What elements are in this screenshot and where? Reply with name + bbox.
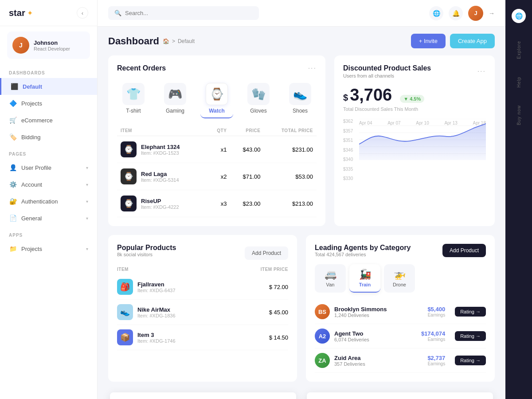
table-row: ⌚ RiseUP Item: #XDG-4222 x3 $23.00 xyxy=(117,190,317,217)
list-item: A2 Agent Two 6,074 Deliveries $174,074 E… xyxy=(315,324,486,348)
bidding-icon: 🏷️ xyxy=(9,133,17,141)
sidebar-collapse-button[interactable]: ‹ xyxy=(77,7,88,19)
tab-label: Gaming xyxy=(166,108,184,114)
projects-icon: 🔷 xyxy=(9,99,17,107)
search-input[interactable] xyxy=(125,10,253,16)
chevron-down-icon: ▾ xyxy=(86,246,88,251)
help-panel-item[interactable]: Help xyxy=(516,73,521,91)
user-avatar-topbar[interactable]: J xyxy=(468,6,483,21)
orders-title: Recent Orders xyxy=(117,64,166,72)
leading-agents-card: Leading Agents by Category Total 424,567… xyxy=(306,235,495,382)
item-cell: 📦 Item 3 Item: #XDG-1746 xyxy=(117,329,233,345)
bottom-row: Popular Products 8k social visitors Add … xyxy=(108,235,495,382)
item-details: RiseUP Item: #XDG-4222 xyxy=(141,198,179,210)
sidebar-item-general[interactable]: 📄 General ▾ xyxy=(0,210,97,227)
panel-logo: 🌐 xyxy=(512,9,526,23)
sidebar-item-projects[interactable]: 🔷 Projects xyxy=(0,95,97,112)
sidebar-item-default[interactable]: ⬛ Default xyxy=(0,78,97,95)
sidebar-item-label: Projects xyxy=(21,100,88,107)
agent-earnings: $174,074 xyxy=(421,330,445,337)
item-details: Elephant 1324 Item: #XDG-1523 xyxy=(141,144,180,156)
rating-button[interactable]: Rating → xyxy=(455,331,486,341)
bell-icon[interactable]: 🔔 xyxy=(449,6,463,20)
discount-amount-row: $ 3,706 ▼ 4.5% xyxy=(343,86,486,105)
arrow-icon[interactable]: → xyxy=(489,10,495,17)
agent-name: Agent Two xyxy=(334,330,417,337)
list-item: ZA Zuid Area 357 Deliveries $2,737 Earni… xyxy=(315,348,486,373)
tab-label: Gloves xyxy=(250,108,266,114)
product-price: $ 45.00 xyxy=(233,300,288,325)
aspnet-overlay: Ȼre ASP.NET Core 7 xyxy=(307,392,493,399)
breadcrumb-home: 🏠 xyxy=(163,38,169,44)
item-total: $53.00 xyxy=(264,163,317,190)
discount-card-header: Discounted Product Sales Users from all … xyxy=(343,64,486,78)
tab-gaming[interactable]: 🎮 Gaming xyxy=(159,79,192,118)
item-price: $71.00 xyxy=(230,163,264,190)
item-qty: x1 xyxy=(207,136,231,163)
tab-gloves[interactable]: 🧤 Gloves xyxy=(242,79,275,118)
tab-tshirt[interactable]: 👕 T-shirt xyxy=(117,79,150,118)
agent-deliveries: 1,240 Deliveries xyxy=(334,313,423,318)
agent-info: Brooklyn Simmons 1,240 Deliveries xyxy=(334,306,423,318)
buy-now-panel-item[interactable]: Buy now xyxy=(516,102,521,129)
tab-shoes[interactable]: 👟 Shoes xyxy=(284,79,317,118)
chart-y-label: $351 xyxy=(343,138,353,143)
chart-y-label: $335 xyxy=(343,167,353,172)
tab-watch[interactable]: ⌚ Watch xyxy=(200,79,233,118)
tshirt-icon: 👕 xyxy=(122,83,145,105)
earnings-label: Earnings xyxy=(427,361,445,366)
general-icon: 📄 xyxy=(9,214,17,222)
product-image: 🎒 xyxy=(117,279,133,295)
user-profile-card: J Johnson React Developer xyxy=(7,31,90,59)
right-panel: 🌐 Explore Help Buy now xyxy=(505,0,532,399)
sidebar-item-user-profile[interactable]: 👤 User Profile ▾ xyxy=(0,159,97,176)
tab-label: Train xyxy=(359,282,371,287)
rating-button[interactable]: Rating → xyxy=(455,356,486,365)
chart-y-label: $330 xyxy=(343,176,353,181)
col-item: ITEM xyxy=(117,125,207,136)
sidebar-item-ecommerce[interactable]: 🛒 eCommerce xyxy=(0,112,97,129)
topbar-right: 🌐 🔔 J → xyxy=(429,6,495,21)
tab-train[interactable]: 🚂 Train xyxy=(349,264,380,293)
user-name: Johnson xyxy=(34,39,70,46)
product-price: $ 14.50 xyxy=(233,325,288,350)
sidebar-item-projects-app[interactable]: 📁 Projects ▾ xyxy=(0,240,97,257)
item-price: $23.00 xyxy=(230,190,264,217)
table-row: ⌚ Red Laga Item: #XDG-5314 x2 $71.00 xyxy=(117,163,317,190)
col-price: PRICE xyxy=(230,125,264,136)
agent-earnings: $2,737 xyxy=(427,355,445,361)
add-agent-product-button[interactable]: Add Product xyxy=(442,244,486,257)
col-price: ITEM PRICE xyxy=(233,264,288,274)
sidebar-item-account[interactable]: ⚙️ Account ▾ xyxy=(0,176,97,193)
products-table: ITEM ITEM PRICE 🎒 Fjallraven xyxy=(117,264,288,350)
bootstrap-overlay: B Bootstrap 5 xyxy=(110,392,296,399)
item-cell: 🎒 Fjallraven Item: #XDG-6437 xyxy=(117,279,233,295)
header-actions: + Invite Create App xyxy=(411,34,495,48)
rating-button[interactable]: Rating → xyxy=(455,307,486,317)
sidebar-item-authentication[interactable]: 🔐 Authentication ▾ xyxy=(0,193,97,210)
col-item: ITEM xyxy=(117,264,233,274)
item-qty: x3 xyxy=(207,190,231,217)
tab-van[interactable]: 🚐 Van xyxy=(315,264,346,293)
discount-menu-icon[interactable]: ··· xyxy=(477,67,486,75)
breadcrumb-current: Default xyxy=(178,38,195,44)
page-title: Dashboard xyxy=(108,35,159,47)
chevron-down-icon: ▾ xyxy=(86,216,88,221)
agent-earnings-area: $2,737 Earnings xyxy=(427,355,445,366)
agent-avatar: ZA xyxy=(315,353,330,368)
orders-card-header: Recent Orders ··· xyxy=(117,64,317,72)
tab-drone[interactable]: 🚁 Drone xyxy=(384,264,415,293)
panel-avatar[interactable]: 🌐 xyxy=(512,9,526,23)
explore-panel-item[interactable]: Explore xyxy=(516,37,521,63)
create-app-button[interactable]: Create App xyxy=(450,34,495,48)
search-bar[interactable]: 🔍 xyxy=(108,6,259,20)
invite-button[interactable]: + Invite xyxy=(411,34,446,48)
orders-menu-icon[interactable]: ··· xyxy=(308,64,317,72)
popular-products-card: Popular Products 8k social visitors Add … xyxy=(108,235,297,382)
sidebar-item-bidding[interactable]: 🏷️ Bidding xyxy=(0,129,97,145)
products-header: Popular Products 8k social visitors Add … xyxy=(117,244,288,262)
add-product-button[interactable]: Add Product xyxy=(245,246,288,260)
item-cell: ⌚ Elephant 1324 Item: #XDG-1523 xyxy=(121,141,204,157)
globe-icon[interactable]: 🌐 xyxy=(429,6,443,20)
user-role: React Developer xyxy=(34,46,70,51)
